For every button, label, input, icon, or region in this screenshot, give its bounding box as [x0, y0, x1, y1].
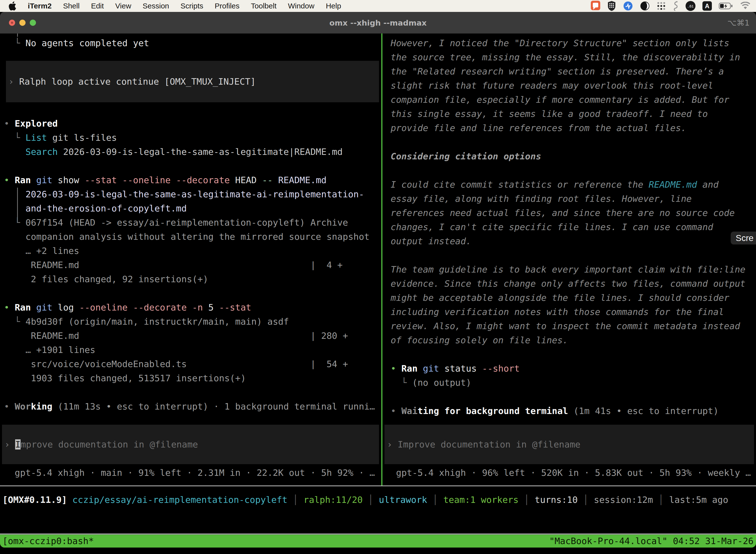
omx-status-bar: [OMX#0.11.9] cczip/essay/ai-reimplementa… [0, 493, 756, 507]
close-button-icon[interactable] [9, 19, 15, 26]
terminal-line: The team guideline is to back every impo… [391, 262, 756, 277]
terminal-line: references need actual files, and since … [391, 206, 756, 220]
terminal-scrollback: However, I noticed the "Directory Struct… [382, 34, 756, 418]
terminal-line: Search 2026-03-09-is-legal-the-same-as-l… [4, 145, 381, 159]
window-title: omx --xhigh --madmax [0, 18, 756, 27]
tmux-session-label: [omx-cczip0:bash* [2, 535, 94, 548]
menu-status-icons: ..61A [591, 0, 756, 11]
battery-icon[interactable] [719, 0, 733, 11]
pulse-badge-icon[interactable] [623, 0, 633, 11]
terminal-line: provide file and line references from th… [391, 121, 756, 135]
macos-menu-bar: iTerm2ShellEditViewSessionScriptsProfile… [0, 0, 756, 12]
terminal-line: the "Related research writing" section i… [391, 64, 756, 78]
menu-items: iTerm2ShellEditViewSessionScriptsProfile… [0, 0, 341, 11]
terminal-line: evidence. Since this change only affects… [391, 277, 756, 291]
hook-glyph-icon[interactable] [673, 0, 679, 11]
terminal-line: 2 files changed, 92 insertions(+) [4, 272, 381, 286]
terminal-pane-left[interactable]: └ No agents completed yet› Ralph loop ac… [0, 34, 381, 486]
minimize-button-icon[interactable] [19, 19, 25, 26]
terminal-line: └ 067f154 (HEAD -> essay/ai-reimplementa… [4, 215, 381, 230]
terminal-line: └ (no output) [391, 376, 756, 390]
terminal-line: • Waiting for background terminal (1m 41… [391, 404, 756, 418]
terminal-line: • Ran git log --oneline --decorate -n 5 … [4, 300, 381, 315]
terminal-line: this single essay, it seems like a good … [391, 107, 756, 121]
pie-badge-icon[interactable] [640, 0, 650, 11]
apple-icon[interactable] [8, 0, 16, 11]
terminal-line: • Explored [4, 116, 381, 130]
terminal-pane-right[interactable]: However, I noticed the "Directory Struct… [382, 34, 756, 486]
terminal-line: 1903 files changed, 513517 insertions(+) [4, 371, 381, 385]
screen-share-overlay[interactable]: Scre [731, 232, 756, 244]
status-separator-line [0, 486, 756, 486]
terminal-line: › Ralph loop active continue [OMX_TMUX_I… [8, 74, 377, 89]
terminal-line: • Ran git show --stat --oneline --decora… [4, 173, 381, 187]
menu-item-view[interactable]: View [115, 2, 131, 10]
terminal-line: └ No agents completed yet [4, 36, 381, 50]
terminal-line: src/voice/voiceModeEnabled.ts | 54 + [4, 357, 381, 371]
prompt-box[interactable]: › Improve documentation in @filename [384, 425, 754, 464]
prompt-input[interactable]: › Improve documentation in @filename [4, 437, 377, 451]
terminal-line: companion file, especially if more comme… [391, 93, 756, 107]
terminal-line: of focusing solely on file lines. [391, 333, 756, 347]
tmux-separator-line [0, 534, 756, 535]
prompt-box[interactable]: › Improve documentation in @filename [2, 425, 379, 464]
terminal-line: However, I noticed the "Directory Struct… [391, 36, 756, 50]
terminal-line: and-the-erosion-of-copyleft.md [4, 201, 381, 215]
terminal-scrollback: └ No agents completed yet› Ralph loop ac… [0, 34, 381, 413]
terminal-line: might be acceptable alongside the file l… [391, 291, 756, 305]
terminal-line: companion analysis without altering the … [4, 230, 381, 244]
terminal-line: I could cite commit statistics or refere… [391, 177, 756, 191]
model-status-line: gpt-5.4 xhigh · main · 91% left · 2.31M … [4, 466, 375, 480]
menu-item-help[interactable]: Help [326, 2, 341, 10]
terminal-line: output instead. [391, 234, 756, 248]
menu-item-edit[interactable]: Edit [91, 2, 104, 10]
zoom-button-icon[interactable] [30, 19, 36, 26]
traffic-lights [9, 12, 36, 34]
input-source-a-icon[interactable]: A [702, 0, 712, 11]
terminal-line: • Ran git status --short [391, 362, 756, 376]
wifi-icon[interactable] [740, 0, 751, 11]
window-shortcut-badge: ⌥⌘1 [728, 18, 750, 27]
menu-item-iterm2[interactable]: iTerm2 [28, 2, 52, 10]
terminal-line: • Working (11m 13s • esc to interrupt) ·… [4, 399, 381, 413]
terminal-line: the source tree, missing the essay. Stil… [391, 50, 756, 64]
terminal-line: including verification notes with those … [391, 305, 756, 319]
menu-item-session[interactable]: Session [143, 2, 169, 10]
window-titlebar[interactable]: omx --xhigh --madmax ⌥⌘1 [0, 12, 756, 34]
tmux-status-bar: [omx-cczip0:bash* "MacBook-Pro-44.local"… [0, 535, 756, 548]
terminal-line: … +1901 lines [4, 343, 381, 357]
chat-badge-icon[interactable] [591, 0, 600, 11]
prompt-box[interactable]: › Ralph loop active continue [OMX_TMUX_I… [6, 61, 379, 102]
terminal-line: 2026-03-09-is-legal-the-same-as-legitima… [4, 187, 381, 201]
terminal-line: review. Also, I might want to inspect th… [391, 319, 756, 333]
terminal-line: Considering citation options [391, 149, 756, 163]
terminal-line: └ 4b9d30f (origin/main, instructkr/main,… [4, 315, 381, 329]
terminal-line: slight risk that future readers may over… [391, 78, 756, 93]
iterm2-window: omx --xhigh --madmax ⌥⌘1 └ No agents com… [0, 12, 756, 548]
menu-item-profiles[interactable]: Profiles [214, 2, 239, 10]
badge-61-icon[interactable]: ..61 [686, 0, 695, 11]
terminal-line: essay file, along with finding root file… [391, 191, 756, 206]
shield-grid-icon[interactable] [607, 0, 616, 11]
terminal-line: … +2 lines [4, 244, 381, 258]
terminal-line: changes, I can't cite specific file line… [391, 220, 756, 234]
terminal-line: README.md | 4 + [4, 258, 381, 272]
dots-grid-icon[interactable] [657, 0, 666, 11]
menu-item-toolbelt[interactable]: Toolbelt [251, 2, 276, 10]
menu-item-scripts[interactable]: Scripts [181, 2, 203, 10]
prompt-input[interactable]: › Improve documentation in @filename [387, 437, 752, 451]
menu-item-window[interactable]: Window [288, 2, 315, 10]
terminal-line: README.md | 280 + [4, 329, 381, 343]
terminal-line: └ List git ls-files [4, 130, 381, 145]
menu-item-shell[interactable]: Shell [63, 2, 80, 10]
model-status-line: gpt-5.4 xhigh · 96% left · 520K in · 5.8… [391, 466, 751, 480]
tmux-host-clock-label: "MacBook-Pro-44.local" 04:52 31-Mar-26 [549, 535, 754, 548]
